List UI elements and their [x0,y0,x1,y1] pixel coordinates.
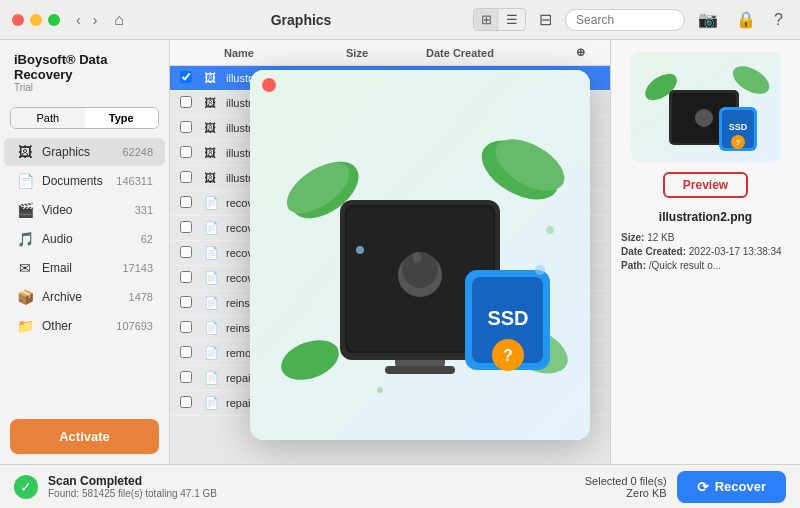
svg-text:SSD: SSD [487,307,528,329]
close-dot[interactable] [12,14,24,26]
path-tab[interactable]: Path [11,108,85,128]
file-type-icon: 🖼 [204,96,224,110]
file-table-header: Name Size Date Created ⊕ [170,40,610,66]
preview-panel: SSD ? Preview illustration2.png Size: 12… [610,40,800,464]
lock-button[interactable]: 🔒 [731,8,761,31]
preview-filename: illustration2.png [659,210,752,224]
help-button[interactable]: ? [769,9,788,31]
header-action: ⊕ [576,46,600,59]
row-checkbox-13[interactable] [180,396,204,410]
app-subtitle: Trial [14,82,155,93]
file-type-icon: 📄 [204,296,224,310]
row-checkbox-9[interactable] [180,296,204,310]
scan-detail: Found: 581425 file(s) totaling 47.1 GB [48,488,575,499]
maximize-dot[interactable] [48,14,60,26]
preview-meta: Size: 12 KB Date Created: 2022-03-17 13:… [621,232,790,274]
svg-rect-8 [385,366,455,374]
sidebar-item-other[interactable]: 📁 Other 107693 [4,312,165,340]
preview-thumbnail: SSD ? [631,52,781,162]
toolbar-right: ⊞ ☰ ⊟ 📷 🔒 ? [473,8,788,31]
svg-point-23 [377,387,383,393]
audio-count: 62 [141,233,153,245]
grid-view-button[interactable]: ⊞ [474,9,499,30]
row-checkbox-1[interactable] [180,96,204,110]
svg-point-30 [695,109,713,127]
archive-label: Archive [42,290,129,304]
scan-title: Scan Completed [48,474,575,488]
row-checkbox-7[interactable] [180,246,204,260]
file-type-icon: 🖼 [204,121,224,135]
search-input[interactable] [565,9,685,31]
home-icon[interactable]: ⌂ [109,9,129,31]
graphics-count: 62248 [122,146,153,158]
video-label: Video [42,203,135,217]
row-checkbox-4[interactable] [180,171,204,185]
row-checkbox-5[interactable] [180,196,204,210]
file-type-icon: 🖼 [204,71,224,85]
video-icon: 🎬 [16,202,34,218]
path-label: Path: [621,260,646,271]
size-value: 12 KB [647,232,674,243]
sidebar-item-graphics[interactable]: 🖼 Graphics 62248 [4,138,165,166]
overlay-close-button[interactable] [262,78,276,92]
archive-count: 1478 [129,291,153,303]
list-view-button[interactable]: ☰ [499,9,525,30]
file-type-icon: 📄 [204,321,224,335]
forward-button[interactable]: › [89,10,102,30]
email-icon: ✉ [16,260,34,276]
file-type-icon: 📄 [204,371,224,385]
path-value: /Quick result o... [649,260,721,271]
app-title: iBoysoft® Data Recovery [14,52,155,82]
date-label: Date Created: [621,246,686,257]
row-checkbox-2[interactable] [180,121,204,135]
other-label: Other [42,319,116,333]
toolbar-title: Graphics [129,12,473,28]
other-icon: 📁 [16,318,34,334]
sidebar-item-archive[interactable]: 📦 Archive 1478 [4,283,165,311]
svg-point-22 [535,265,545,275]
file-type-icon: 🖼 [204,146,224,160]
back-button[interactable]: ‹ [72,10,85,30]
documents-count: 146311 [116,175,153,187]
row-checkbox-12[interactable] [180,371,204,385]
row-checkbox-11[interactable] [180,346,204,360]
path-type-tabs: Path Type [10,107,159,129]
row-checkbox-6[interactable] [180,221,204,235]
file-type-icon: 📄 [204,196,224,210]
documents-icon: 📄 [16,173,34,189]
sidebar-item-video[interactable]: 🎬 Video 331 [4,196,165,224]
row-checkbox-3[interactable] [180,146,204,160]
file-type-icon: 📄 [204,271,224,285]
illustration-image:  SSD ? [250,70,590,440]
minimize-dot[interactable] [30,14,42,26]
archive-icon: 📦 [16,289,34,305]
file-type-icon: 🖼 [204,171,224,185]
preview-button[interactable]: Preview [663,172,748,198]
sidebar-items: 🖼 Graphics 62248 📄 Documents 146311 🎬 Vi… [0,137,169,409]
recover-icon: ⟳ [697,479,709,495]
row-checkbox-10[interactable] [180,321,204,335]
activate-button[interactable]: Activate [10,419,159,454]
path-meta: Path: /Quick result o... [621,260,790,271]
row-checkbox-8[interactable] [180,271,204,285]
filter-button[interactable]: ⊟ [534,8,557,31]
svg-point-21 [356,246,364,254]
title-bar: ‹ › ⌂ Graphics ⊞ ☰ ⊟ 📷 🔒 ? [0,0,800,40]
recover-button[interactable]: ⟳ Recover [677,471,786,503]
svg-text:?: ? [503,347,513,364]
sidebar-item-email[interactable]: ✉ Email 17143 [4,254,165,282]
type-tab[interactable]: Type [85,108,159,128]
video-count: 331 [135,204,153,216]
view-toggle: ⊞ ☰ [473,8,526,31]
scan-status-icon: ✓ [14,475,38,499]
camera-button[interactable]: 📷 [693,8,723,31]
sidebar-item-documents[interactable]: 📄 Documents 146311 [4,167,165,195]
scan-info: Scan Completed Found: 581425 file(s) tot… [48,474,575,499]
main-layout: iBoysoft® Data Recovery Trial Path Type … [0,40,800,464]
sidebar-item-audio[interactable]: 🎵 Audio 62 [4,225,165,253]
file-type-icon: 📄 [204,221,224,235]
thumbnail-image: SSD ? [631,52,781,162]
row-checkbox-0[interactable] [180,71,204,85]
bottom-bar: ✓ Scan Completed Found: 581425 file(s) t… [0,464,800,508]
selected-info: Selected 0 file(s) Zero KB [585,475,667,499]
